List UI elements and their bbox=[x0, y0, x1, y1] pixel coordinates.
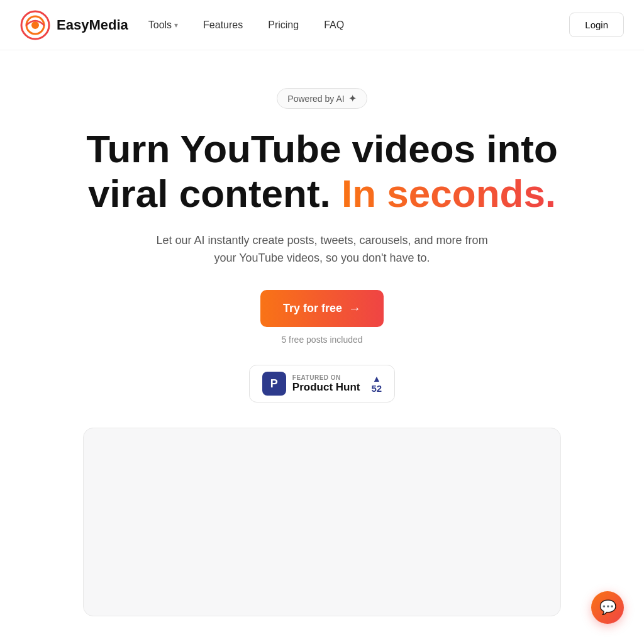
free-posts-note: 5 free posts included bbox=[281, 335, 362, 345]
logo-link[interactable]: EasyMedia bbox=[20, 10, 128, 40]
product-hunt-text: FEATURED ON Product Hunt bbox=[292, 374, 360, 394]
arrow-icon: → bbox=[348, 301, 361, 316]
hero-section: Powered by AI ✦ Turn YouTube videos into… bbox=[0, 50, 644, 641]
sparkle-icon: ✦ bbox=[348, 92, 357, 104]
powered-by-text: Powered by AI bbox=[287, 94, 344, 104]
product-hunt-icon: P bbox=[262, 372, 286, 396]
hero-subtitle: Let our AI instantly create posts, tweet… bbox=[152, 231, 492, 268]
nav-links: Tools ▾ Features Pricing FAQ bbox=[148, 19, 344, 31]
product-hunt-badge[interactable]: P FEATURED ON Product Hunt ▲ 52 bbox=[249, 365, 395, 402]
navbar: EasyMedia Tools ▾ Features Pricing FAQ L… bbox=[0, 0, 644, 50]
hero-title: Turn YouTube videos into viral content. … bbox=[86, 126, 558, 216]
vote-count: 52 bbox=[371, 383, 382, 394]
chat-icon: 💬 bbox=[599, 599, 616, 616]
demo-card bbox=[83, 428, 561, 616]
try-for-free-button[interactable]: Try for free → bbox=[260, 290, 384, 327]
powered-by-badge: Powered by AI ✦ bbox=[277, 88, 367, 109]
hero-title-line2-plain: viral content. bbox=[88, 172, 331, 215]
upvote-arrow-icon: ▲ bbox=[372, 374, 381, 383]
nav-left: EasyMedia Tools ▾ Features Pricing FAQ bbox=[20, 10, 344, 40]
product-hunt-name: Product Hunt bbox=[292, 381, 360, 394]
svg-point-2 bbox=[31, 21, 39, 29]
hero-title-line1: Turn YouTube videos into bbox=[86, 127, 558, 170]
pricing-link[interactable]: Pricing bbox=[268, 19, 299, 31]
chevron-down-icon: ▾ bbox=[174, 21, 178, 30]
cta-label: Try for free bbox=[283, 302, 342, 315]
chat-button[interactable]: 💬 bbox=[591, 591, 624, 624]
faq-link[interactable]: FAQ bbox=[324, 19, 344, 31]
tools-menu[interactable]: Tools ▾ bbox=[148, 19, 178, 31]
product-hunt-votes: ▲ 52 bbox=[371, 374, 382, 394]
hero-title-colored: In seconds. bbox=[341, 172, 556, 215]
login-button[interactable]: Login bbox=[569, 13, 624, 37]
nav-right: Login bbox=[569, 13, 624, 37]
brand-name: EasyMedia bbox=[57, 17, 128, 33]
features-link[interactable]: Features bbox=[203, 19, 243, 31]
logo-icon bbox=[20, 10, 50, 40]
featured-on-label: FEATURED ON bbox=[292, 374, 341, 381]
